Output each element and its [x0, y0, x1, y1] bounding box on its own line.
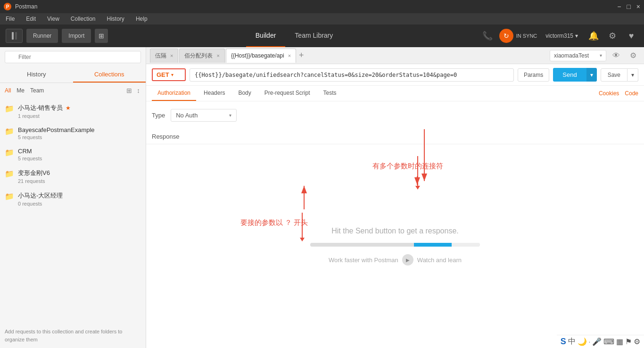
collection-info: BayescafePostmanExample 5 requests: [18, 126, 141, 140]
menu-view[interactable]: View: [45, 15, 61, 23]
tray-moon-icon[interactable]: 🌙: [578, 337, 587, 346]
notification-btn[interactable]: 🔔: [586, 29, 601, 43]
create-folder-btn[interactable]: ⊞: [125, 86, 133, 95]
sidebar-toggle-btn[interactable]: [6, 29, 23, 43]
request-bar: GET ▾ Params Send ▾ Save ▾: [146, 64, 644, 86]
collection-item[interactable]: 📁 小马达-销售专员 ★ 1 request: [0, 100, 146, 123]
url-input[interactable]: [190, 68, 514, 82]
user-menu-btn[interactable]: victorm315 ▾: [542, 31, 582, 41]
options-right-links: Cookies Code: [599, 90, 638, 97]
collection-item[interactable]: 📁 BayescafePostmanExample 5 requests: [0, 123, 146, 144]
collection-item[interactable]: 📁 变形金刚V6 21 requests: [0, 165, 146, 188]
tray-sougou-icon[interactable]: S: [561, 337, 566, 347]
response-empty-state: Hit the Send button to get a response. W…: [146, 144, 644, 348]
auth-type-value: No Auth: [176, 112, 198, 119]
env-eye-btn[interactable]: 👁: [609, 49, 623, 63]
bar-blue: [414, 243, 452, 247]
tray-chinese-icon[interactable]: 中: [568, 337, 576, 347]
import-button[interactable]: Import: [62, 29, 91, 43]
collection-count: 21 requests: [18, 178, 141, 184]
tray-grid-icon[interactable]: ▦: [616, 337, 623, 346]
send-dropdown-btn[interactable]: ▾: [586, 68, 597, 82]
tab-history[interactable]: History: [0, 67, 73, 83]
runner-button[interactable]: Runner: [26, 29, 58, 43]
env-selector[interactable]: xiaomadaTest ▾: [550, 50, 606, 61]
tab-1-close[interactable]: ×: [170, 53, 173, 58]
user-name: victorm315: [545, 33, 573, 39]
env-settings-btn[interactable]: ⚙: [626, 49, 640, 63]
tab-2[interactable]: 佰分配列表 ×: [179, 49, 224, 63]
tab-1[interactable]: 伍隔 ×: [150, 49, 178, 63]
response-footer: Work faster with Postman ▶ Watch and lea…: [329, 254, 462, 265]
tab-body[interactable]: Body: [232, 86, 256, 101]
collection-count: 1 request: [18, 113, 141, 119]
method-label: GET: [157, 71, 169, 78]
save-dropdown-btn[interactable]: ▾: [627, 68, 638, 82]
params-btn[interactable]: Params: [518, 68, 549, 82]
menu-edit[interactable]: Edit: [24, 15, 38, 23]
auth-type-label: Type: [152, 112, 165, 119]
sub-tab-all[interactable]: All: [5, 86, 11, 95]
code-link[interactable]: Code: [625, 90, 638, 97]
search-input[interactable]: [5, 51, 141, 63]
title-bar: P Postman − □ ×: [0, 0, 644, 13]
menu-collection[interactable]: Collection: [69, 15, 98, 23]
close-btn[interactable]: ×: [636, 3, 640, 10]
collection-item[interactable]: 📁 CRM 5 requests: [0, 144, 146, 165]
star-icon: ★: [66, 105, 71, 111]
collection-item[interactable]: 📁 小马达-大区经理 0 requests: [0, 188, 146, 210]
phone-icon-btn[interactable]: 📞: [480, 29, 495, 43]
tray-flag-icon[interactable]: ⚑: [625, 337, 632, 346]
sub-tab-me[interactable]: Me: [17, 86, 25, 95]
response-placeholder-bar: [310, 243, 480, 247]
options-tabs-list: Authorization Headers Body Pre-request S…: [146, 86, 644, 101]
method-dropdown-icon: ▾: [171, 72, 173, 77]
tab-3[interactable]: {{Host}}/basegate/api ×: [226, 49, 296, 63]
window-controls[interactable]: − □ ×: [617, 3, 640, 10]
tray-keyboard-icon[interactable]: ⌨: [603, 337, 614, 346]
tab-2-label: 佰分配列表: [184, 52, 213, 60]
send-group: Send ▾: [553, 68, 596, 82]
sync-icon: ↻: [499, 29, 513, 43]
cookies-link[interactable]: Cookies: [599, 90, 619, 97]
menu-help[interactable]: Help: [134, 15, 149, 23]
main-toolbar: Runner Import ⊞ Builder Team Library 📞 ↻…: [0, 25, 644, 47]
auth-section: Type No Auth ▾: [146, 101, 644, 129]
menu-file[interactable]: File: [4, 15, 17, 23]
sub-tab-team[interactable]: Team: [30, 86, 44, 95]
tab-collections[interactable]: Collections: [73, 67, 146, 83]
collection-name: 小马达-大区经理: [18, 191, 141, 200]
tab-authorization[interactable]: Authorization: [152, 86, 196, 101]
tab-2-close[interactable]: ×: [216, 53, 219, 58]
sort-btn[interactable]: ↕: [136, 86, 141, 95]
tab-headers[interactable]: Headers: [198, 86, 231, 101]
tray-settings-icon2[interactable]: ⚙: [634, 337, 640, 346]
bar-rest: [452, 243, 480, 247]
tab-tests[interactable]: Tests: [317, 86, 342, 101]
folder-icon: 📁: [5, 169, 14, 178]
send-btn[interactable]: Send: [553, 68, 586, 82]
tab-pre-request[interactable]: Pre-request Script: [259, 86, 316, 101]
new-window-button[interactable]: ⊞: [95, 29, 108, 43]
tab-1-label: 伍隔: [155, 52, 166, 60]
tab-3-close[interactable]: ×: [288, 53, 291, 58]
response-label: Response: [146, 129, 644, 144]
watch-learn-text: Watch and learn: [417, 257, 462, 264]
tab-builder[interactable]: Builder: [246, 25, 286, 47]
play-btn[interactable]: ▶: [402, 254, 413, 265]
minimize-btn[interactable]: −: [617, 3, 621, 10]
auth-type-select[interactable]: No Auth ▾: [171, 109, 237, 122]
heart-btn[interactable]: ♥: [624, 29, 638, 43]
collection-name: CRM: [18, 148, 141, 155]
tab-team-library[interactable]: Team Library: [285, 25, 342, 47]
menu-history[interactable]: History: [105, 15, 126, 23]
settings-btn[interactable]: ⚙: [605, 29, 619, 43]
env-value: xiaomadaTest: [554, 52, 598, 59]
maximize-btn[interactable]: □: [627, 3, 630, 10]
save-btn[interactable]: Save: [601, 68, 627, 82]
add-tab-btn[interactable]: +: [297, 50, 306, 60]
collection-list: 📁 小马达-销售专员 ★ 1 request 📁 BayescafePostma…: [0, 98, 146, 323]
method-select[interactable]: GET ▾: [152, 68, 186, 81]
tray-mic-icon[interactable]: 🎤: [592, 337, 602, 346]
collection-name: 变形金刚V6: [18, 169, 141, 177]
